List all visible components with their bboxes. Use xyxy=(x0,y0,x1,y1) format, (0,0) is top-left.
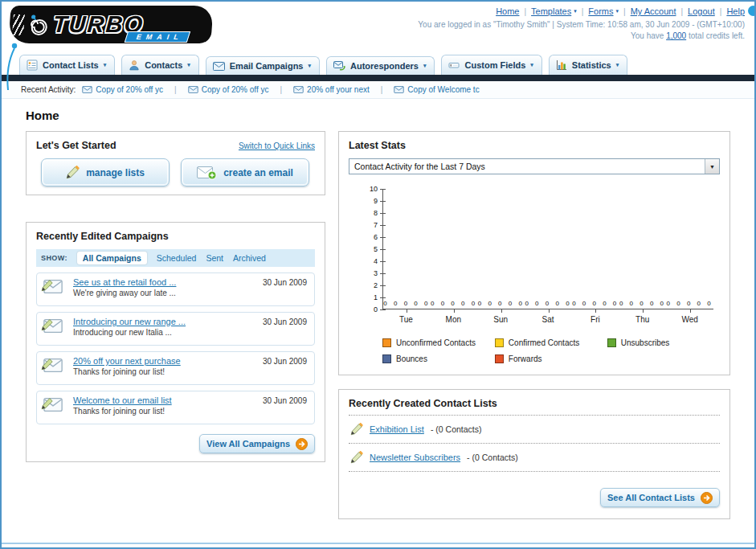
page-title: Home xyxy=(26,109,730,122)
credits-value-link[interactable]: 1,000 xyxy=(666,31,686,40)
chart-x-label: Tue xyxy=(382,315,430,324)
legend-label: Forwards xyxy=(509,354,542,363)
email-icon xyxy=(82,86,92,93)
legend-swatch xyxy=(607,338,616,347)
recent-activity-item[interactable]: Copy of Welcome tc xyxy=(394,85,479,94)
campaign-title-link[interactable]: 20% off your next purchase xyxy=(73,356,181,366)
nav-link-home[interactable]: Home xyxy=(496,6,519,16)
filter-tab-sent[interactable]: Sent xyxy=(206,253,223,263)
contact-lists-panel-title: Recently Created Contact Lists xyxy=(349,398,720,416)
nav-link-forms[interactable]: Forms xyxy=(588,6,613,16)
chart-bar-group: 0 0 0 0 0 xyxy=(666,189,713,309)
recently-edited-campaigns-panel: Recently Edited Campaigns SHOW: All Camp… xyxy=(26,222,325,462)
login-info: You are logged in as "Timothy Smith" | S… xyxy=(418,20,745,29)
nav-link-logout[interactable]: Logout xyxy=(688,6,715,16)
chart-bar-group: 0 0 0 0 0 xyxy=(572,189,619,309)
header: TURBO EMAIL Home Templates▾ Forms▾ My Ac… xyxy=(2,2,754,51)
stats-period-value: Contact Activity for the Last 7 Days xyxy=(354,162,485,171)
campaign-row[interactable]: Welcome to our email list Thanks for joi… xyxy=(36,391,315,424)
arrow-right-icon xyxy=(296,438,308,450)
chart-y-tick-label: 5 xyxy=(362,245,378,253)
campaign-title-link[interactable]: See us at the retail food ... xyxy=(73,277,176,287)
contact-list-name-link[interactable]: Newsletter Subscribers xyxy=(370,453,460,462)
chart-y-tick-label: 9 xyxy=(362,197,378,205)
filter-tab-archived[interactable]: Archived xyxy=(233,253,266,263)
campaign-edit-icon xyxy=(43,358,66,379)
get-started-title: Let's Get Started xyxy=(36,140,116,151)
chart-value-labels: 0 0 0 0 0 xyxy=(477,300,525,307)
credits-suffix: total credits left. xyxy=(689,31,745,40)
tab-contacts[interactable]: Contacts ▾ xyxy=(121,55,199,75)
chevron-down-icon: ▾ xyxy=(616,62,619,68)
legend-swatch xyxy=(382,354,391,363)
chart-x-label: Sun xyxy=(477,315,525,324)
switch-quick-links-link[interactable]: Switch to Quick Links xyxy=(239,141,315,150)
pencil-icon xyxy=(350,423,363,436)
recent-activity-item[interactable]: Copy of 20% off yc xyxy=(82,85,163,94)
recent-activity-item[interactable]: 20% off your next xyxy=(293,85,370,94)
filter-tab-scheduled[interactable]: Scheduled xyxy=(157,253,197,263)
logo-cable-decoration xyxy=(3,42,27,92)
campaign-subject: We're giving away our late ... xyxy=(73,289,176,297)
recent-activity-item[interactable]: Copy of 20% off yc xyxy=(188,85,269,94)
tab-custom-fields[interactable]: Custom Fields ▾ xyxy=(441,55,541,75)
campaign-row[interactable]: See us at the retail food ... We're givi… xyxy=(36,272,315,306)
turbo-email-logo: TURBO EMAIL xyxy=(8,6,213,43)
campaign-row[interactable]: 20% off your next purchase Thanks for jo… xyxy=(36,351,315,385)
campaign-date: 30 Jun 2009 xyxy=(263,357,307,366)
chart-x-label: Sat xyxy=(525,315,572,324)
filter-tab-all-campaigns[interactable]: All Campaigns xyxy=(77,252,147,264)
recent-activity-bar: Recent Activity: Copy of 20% off yc Copy… xyxy=(2,81,754,99)
campaign-edit-icon xyxy=(43,398,66,419)
legend-item: Unsubscribes xyxy=(607,338,720,347)
contact-list-row[interactable]: Exhibition List - (0 Contacts) xyxy=(349,416,720,444)
tab-contact-lists[interactable]: Contact Lists ▾ xyxy=(19,55,115,75)
select-caret-icon: ▼ xyxy=(705,159,719,174)
legend-label: Bounces xyxy=(396,354,427,363)
email-icon xyxy=(188,86,198,93)
see-all-contact-lists-button[interactable]: See All Contact Lists xyxy=(600,488,720,507)
tab-autoresponders[interactable]: Autoresponders ▾ xyxy=(326,56,435,75)
legend-swatch xyxy=(495,354,504,363)
nav-link-my-account[interactable]: My Account xyxy=(631,6,676,16)
contact-list-row[interactable]: Newsletter Subscribers - (0 Contacts) xyxy=(349,444,720,472)
chart-value-labels: 0 0 0 0 0 xyxy=(525,300,572,307)
campaign-title-link[interactable]: Introducing our new range ... xyxy=(73,317,186,326)
campaign-row[interactable]: Introducing our new range ... Introducin… xyxy=(36,312,315,346)
stats-period-select[interactable]: Contact Activity for the Last 7 Days ▼ xyxy=(349,158,720,174)
nav-link-templates[interactable]: Templates xyxy=(531,6,571,16)
autoresponder-icon xyxy=(333,61,345,71)
chart-y-tick-label: 10 xyxy=(362,185,378,193)
chart-bar-group: 0 0 0 0 0 xyxy=(477,189,525,309)
legend-label: Unconfirmed Contacts xyxy=(396,338,476,347)
tab-email-campaigns[interactable]: Email Campaigns ▾ xyxy=(206,56,320,75)
email-icon xyxy=(293,86,304,93)
credits-info: You have 1,000 total credits left. xyxy=(418,31,745,40)
show-label: SHOW: xyxy=(41,254,67,262)
chevron-down-icon: ▾ xyxy=(530,62,533,68)
chart-x-label: Mon xyxy=(430,315,477,324)
chart-y-tick-label: 8 xyxy=(362,209,378,217)
chevron-down-icon: ▾ xyxy=(308,63,311,69)
create-email-button[interactable]: create an email xyxy=(181,158,309,186)
contact-list-name-link[interactable]: Exhibition List xyxy=(370,424,424,434)
view-all-campaigns-button[interactable]: View All Campaigns xyxy=(199,434,315,453)
chart-y-tick-label: 3 xyxy=(362,269,378,277)
chart-value-labels: 0 0 0 0 0 xyxy=(619,300,667,307)
chart-y-tick-label: 7 xyxy=(362,221,378,229)
campaign-title-link[interactable]: Welcome to our email list xyxy=(73,395,172,405)
chart-y-tick-label: 0 xyxy=(362,305,378,313)
contact-list-count: - (0 Contacts) xyxy=(431,424,482,434)
chart-y-tick-label: 6 xyxy=(362,233,378,241)
nav-link-help[interactable]: Help xyxy=(726,6,745,16)
campaign-edit-icon xyxy=(43,319,66,340)
arrow-right-icon xyxy=(701,492,713,504)
chart-bar-group: 0 0 0 0 0 xyxy=(431,189,478,309)
app-window: TURBO EMAIL Home Templates▾ Forms▾ My Ac… xyxy=(0,0,756,549)
snail-logo-icon xyxy=(25,12,54,38)
manage-lists-button[interactable]: manage lists xyxy=(41,158,170,186)
brand-subname: EMAIL xyxy=(125,31,190,43)
campaign-date: 30 Jun 2009 xyxy=(263,278,307,287)
tab-statistics[interactable]: Statistics ▾ xyxy=(549,55,627,75)
logo-speed-lines-icon xyxy=(12,14,25,35)
